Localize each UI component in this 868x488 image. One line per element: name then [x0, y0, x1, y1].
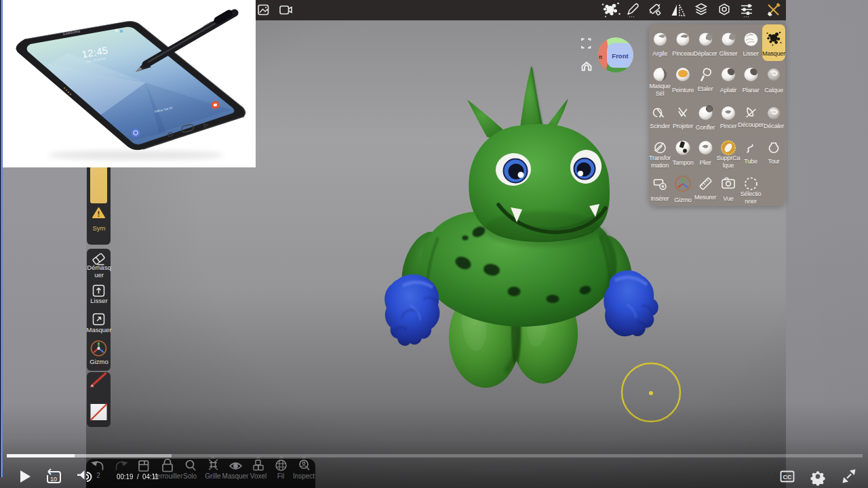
- svg-text:10: 10: [50, 476, 57, 483]
- svg-text:ft: ft: [599, 54, 602, 60]
- svg-text:Front: Front: [612, 52, 629, 60]
- svg-text:CC: CC: [783, 474, 792, 481]
